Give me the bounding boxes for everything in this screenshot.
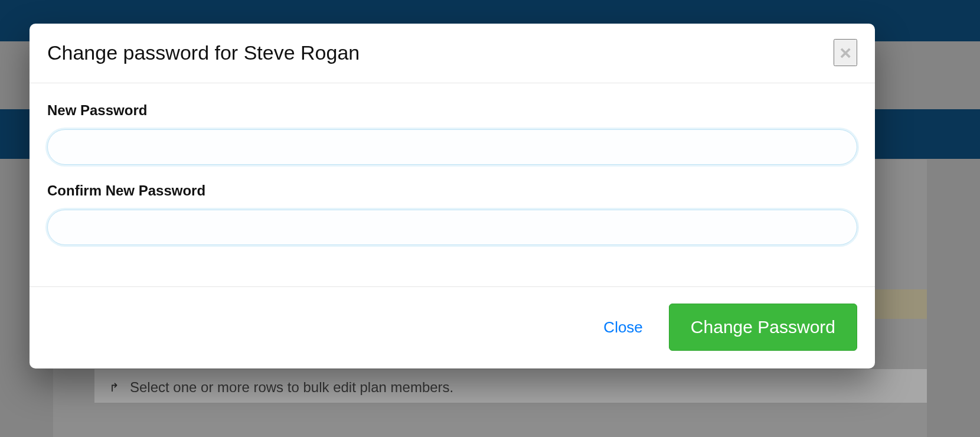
confirm-password-input[interactable] — [47, 210, 857, 245]
new-password-group: New Password — [47, 102, 857, 165]
close-button[interactable]: Close — [601, 314, 645, 341]
close-icon[interactable]: × — [834, 39, 857, 66]
confirm-password-label: Confirm New Password — [47, 182, 857, 199]
new-password-label: New Password — [47, 102, 857, 119]
modal-body: New Password Confirm New Password — [30, 83, 875, 286]
change-password-button[interactable]: Change Password — [669, 304, 857, 351]
new-password-input[interactable] — [47, 129, 857, 165]
modal-title: Change password for Steve Rogan — [47, 41, 360, 64]
change-password-modal: Change password for Steve Rogan × New Pa… — [30, 24, 875, 368]
modal-footer: Close Change Password — [30, 286, 875, 368]
confirm-password-group: Confirm New Password — [47, 182, 857, 245]
modal-header: Change password for Steve Rogan × — [30, 24, 875, 83]
